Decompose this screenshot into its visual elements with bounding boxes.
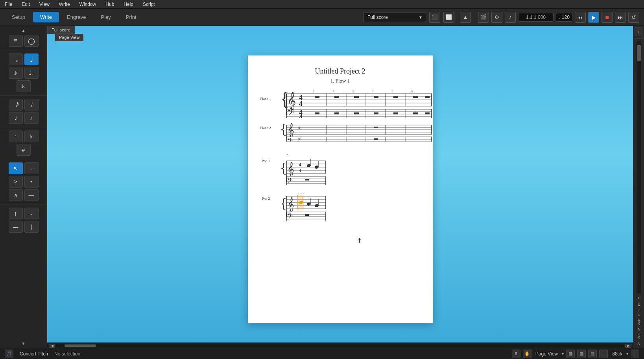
zoom-out-btn[interactable]: − bbox=[599, 350, 608, 358]
right-panel-label-settings[interactable]: ⚙ bbox=[637, 302, 641, 307]
play-btn[interactable]: ▶ bbox=[588, 12, 599, 23]
right-panel-label-v1[interactable]: v1 bbox=[636, 327, 642, 333]
zoom-arrow[interactable]: ▾ bbox=[626, 352, 628, 356]
tab-setup[interactable]: Setup bbox=[5, 12, 32, 22]
tool-sixteenth[interactable]: 𝅘𝅥𝅯 bbox=[9, 99, 23, 110]
tool-slur[interactable]: ⌣ bbox=[24, 162, 39, 174]
tool-grace-1[interactable]: ♩ bbox=[9, 112, 23, 124]
sound-btn[interactable]: ♪ bbox=[505, 12, 516, 23]
svg-rect-103 bbox=[305, 179, 309, 180]
right-panel-label-abc[interactable]: abc bbox=[636, 318, 642, 326]
right-panel-label-C7[interactable]: C7 bbox=[636, 333, 642, 340]
midi-icon-btn[interactable]: 🎵 bbox=[5, 350, 13, 358]
right-panel: + T ⚙ F A abc v1 C7 A bbox=[633, 26, 644, 348]
svg-text:4: 4 bbox=[299, 100, 303, 108]
menu-window[interactable]: Window bbox=[78, 1, 98, 8]
right-panel-label-A[interactable]: A bbox=[636, 313, 642, 317]
pno2-staff-2[interactable]: { 𝄞 bbox=[279, 193, 327, 221]
right-divider bbox=[635, 38, 643, 39]
zoom-in-btn[interactable]: + bbox=[631, 350, 639, 358]
tool-hide[interactable]: ◯ bbox=[24, 35, 39, 47]
full-score-label[interactable]: Full score bbox=[47, 26, 75, 34]
layout-1-col[interactable]: ▦ bbox=[566, 350, 575, 358]
tool-flat[interactable]: ♭ bbox=[24, 131, 39, 142]
concert-pitch-label[interactable]: Concert Pitch bbox=[20, 351, 48, 357]
tool-marcato[interactable]: ∧ bbox=[9, 189, 23, 201]
collapse-up-btn[interactable]: ▲ bbox=[460, 12, 471, 23]
tool-vert-line[interactable]: | bbox=[24, 221, 39, 233]
scroll-thumb[interactable] bbox=[65, 344, 96, 347]
forward-btn[interactable]: ⏭ bbox=[615, 12, 626, 23]
page-view-arrow[interactable]: ▾ bbox=[562, 352, 564, 356]
loop-btn[interactable]: ↺ bbox=[628, 12, 639, 23]
score-dropdown[interactable]: Full score ▾ bbox=[363, 13, 426, 22]
collapse-down[interactable]: ▼ bbox=[0, 341, 47, 346]
layout-3-col[interactable]: ▤ bbox=[588, 350, 597, 358]
status-tool-hand[interactable]: ✋ bbox=[523, 350, 531, 358]
menu-hub[interactable]: Hub bbox=[104, 1, 116, 8]
rewind-btn[interactable]: ⏮ bbox=[575, 12, 586, 23]
tab-write[interactable]: Write bbox=[33, 12, 59, 22]
menu-file[interactable]: File bbox=[3, 1, 14, 8]
tool-eighth[interactable]: ♪ bbox=[9, 67, 23, 79]
mixer-btn[interactable]: ⚙ bbox=[491, 12, 502, 23]
scroll-track[interactable] bbox=[57, 344, 624, 347]
tool-lines[interactable]: ≡ bbox=[9, 35, 23, 47]
tool-staccato[interactable]: • bbox=[24, 176, 39, 188]
tool-grace-2[interactable]: ♪ bbox=[24, 112, 39, 124]
right-btn-add-top[interactable]: + bbox=[635, 28, 643, 36]
tab-engrave[interactable]: Engrave bbox=[60, 12, 93, 22]
score-icon-btn-1[interactable]: ⬛ bbox=[429, 12, 440, 23]
accidental-tools: ♮ ♭ # bbox=[0, 129, 47, 157]
svg-text:𝄞: 𝄞 bbox=[287, 123, 294, 137]
svg-text:2: 2 bbox=[332, 90, 334, 93]
menu-view[interactable]: View bbox=[38, 1, 51, 8]
tool-dotted-quarter[interactable]: ♩. bbox=[24, 67, 39, 79]
svg-rect-43 bbox=[425, 112, 430, 114]
tool-dotted-sixteenth[interactable]: 𝅘𝅥𝅯. bbox=[24, 99, 39, 110]
vertical-scroll-thumb[interactable] bbox=[637, 45, 641, 61]
piano2-staff[interactable]: { 𝄞 ✕ bbox=[279, 122, 433, 142]
tool-accent[interactable]: > bbox=[9, 176, 23, 188]
scroll-left-btn[interactable]: ◀ bbox=[49, 344, 55, 348]
tool-dotted-eighth[interactable]: ♪. bbox=[17, 80, 31, 92]
tool-quarter[interactable]: ♩ bbox=[24, 53, 39, 65]
tool-select[interactable]: ↖ bbox=[9, 162, 23, 174]
tool-line[interactable]: — bbox=[9, 221, 23, 233]
status-tool-1[interactable]: ⬆ bbox=[512, 350, 520, 358]
score-icon-btn-2[interactable]: ⬜ bbox=[443, 12, 454, 23]
pno1-staff-2[interactable]: { 𝄞 4 4 bbox=[279, 158, 327, 185]
menu-edit[interactable]: Edit bbox=[20, 1, 31, 8]
piano1-staff[interactable]: { 𝄞 4 4 bbox=[279, 90, 433, 118]
collapse-up[interactable]: ▲ bbox=[0, 28, 47, 33]
menu-help[interactable]: Help bbox=[122, 1, 135, 8]
horizontal-scroll-bar[interactable]: ◀ ▶ bbox=[47, 342, 633, 348]
tool-cresc[interactable]: ∫ bbox=[9, 208, 23, 219]
svg-text:✕: ✕ bbox=[297, 136, 301, 142]
camera-btn[interactable]: 🎬 bbox=[478, 12, 489, 23]
menu-script[interactable]: Script bbox=[141, 1, 157, 8]
record-btn[interactable]: ⏺ bbox=[602, 12, 613, 23]
tool-natural[interactable]: ♮ bbox=[9, 131, 23, 142]
layout-2-col[interactable]: ▥ bbox=[577, 350, 586, 358]
svg-rect-38 bbox=[334, 112, 339, 114]
svg-rect-40 bbox=[374, 112, 378, 114]
right-panel-label-A2[interactable]: A bbox=[637, 341, 640, 346]
tool-curve[interactable]: ⌣ bbox=[24, 208, 39, 219]
menu-write[interactable]: Write bbox=[57, 1, 72, 8]
tab-print[interactable]: Print bbox=[119, 12, 144, 22]
svg-rect-41 bbox=[393, 112, 398, 114]
right-panel-label-T[interactable]: T bbox=[637, 295, 641, 301]
full-score-tab[interactable]: Page View bbox=[55, 34, 83, 41]
score-area[interactable]: Page View Full score Untitled Project 2 … bbox=[47, 26, 633, 348]
tool-tenuto[interactable]: — bbox=[24, 189, 39, 201]
pno1-label: Pno 1 bbox=[262, 159, 270, 163]
right-panel-label-F[interactable]: F bbox=[636, 309, 642, 313]
tool-sharp[interactable]: # bbox=[17, 144, 31, 156]
tab-play[interactable]: Play bbox=[94, 12, 118, 22]
svg-rect-16 bbox=[425, 96, 430, 98]
line-tools: ∫ ⌣ — | bbox=[0, 206, 47, 234]
scroll-right-btn[interactable]: ▶ bbox=[625, 344, 631, 348]
vertical-scroll-track[interactable] bbox=[637, 41, 641, 293]
tool-whole[interactable]: 𝅗𝅥 bbox=[9, 53, 23, 65]
